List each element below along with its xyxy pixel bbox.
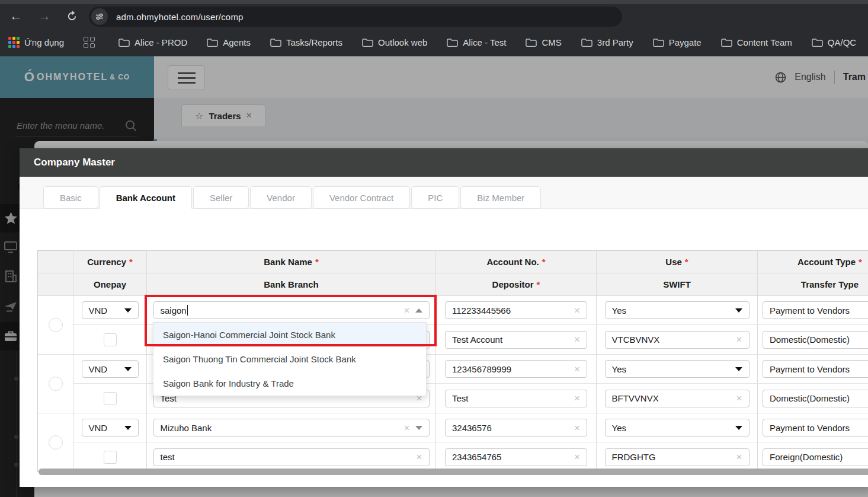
account-no-input[interactable]: 123456789999× bbox=[445, 360, 587, 378]
currency-select[interactable]: VND bbox=[82, 360, 139, 378]
row-select-radio[interactable] bbox=[49, 435, 63, 450]
bookmark-folder[interactable]: Tasks/Reports bbox=[270, 37, 342, 47]
chevron-down-icon bbox=[735, 367, 742, 371]
depositor-input[interactable]: 2343654765× bbox=[445, 448, 587, 466]
apps-grid-icon bbox=[8, 37, 20, 48]
bookmark-folder[interactable]: Outlook web bbox=[362, 37, 427, 47]
chevron-down-icon bbox=[124, 308, 132, 313]
clear-icon[interactable]: × bbox=[736, 393, 742, 403]
chevron-down-icon bbox=[735, 426, 742, 430]
tab-seller[interactable]: Seller bbox=[193, 186, 249, 209]
bank-branch-input[interactable]: test× bbox=[153, 448, 430, 466]
bookmarks-bar: Ứng dụng Alice - PROD Agents Tasks/Repor… bbox=[0, 28, 868, 56]
depositor-input[interactable]: Test Account× bbox=[445, 331, 587, 349]
url-text: adm.ohmyhotel.com/user/comp bbox=[116, 12, 244, 22]
company-master-dialog: Company Master Basic Bank Account Seller… bbox=[20, 148, 868, 487]
bookmark-folder[interactable]: Content Team bbox=[721, 37, 792, 47]
tab-bank-account[interactable]: Bank Account bbox=[100, 186, 192, 209]
dialog-tabs: Basic Bank Account Seller Vendor Vendor … bbox=[20, 177, 868, 209]
bookmark-folder[interactable]: CMS bbox=[526, 37, 561, 47]
swift-input[interactable]: BFTVVNVX× bbox=[605, 390, 750, 407]
bank-name-combobox[interactable]: Mizuho Bank× bbox=[153, 419, 430, 437]
table-row: VND Mizuho Bank× 32436576× Yes Payment t… bbox=[38, 413, 868, 471]
bookmark-folder[interactable]: 3rd Party bbox=[581, 37, 633, 47]
bookmark-folder[interactable]: QA/QC bbox=[812, 37, 856, 47]
bookmark-folder[interactable]: Alice - Test bbox=[447, 37, 506, 47]
onepay-checkbox[interactable] bbox=[104, 392, 117, 405]
address-bar[interactable]: adm.ohmyhotel.com/user/comp bbox=[89, 7, 622, 27]
apps-shortcut[interactable]: Ứng dụng bbox=[8, 37, 64, 48]
swift-input[interactable]: VTCBVNVX× bbox=[605, 331, 750, 349]
screen: ← → adm.ohmyhotel.com/user/comp bbox=[0, 0, 868, 497]
account-type-input[interactable]: Payment to Vendors bbox=[763, 419, 868, 437]
clear-icon[interactable]: × bbox=[736, 334, 742, 345]
depositor-input[interactable]: Test× bbox=[445, 390, 587, 407]
dialog-title: Company Master bbox=[20, 148, 868, 177]
clear-icon[interactable]: × bbox=[574, 364, 580, 374]
tab-biz-member[interactable]: Biz Member bbox=[460, 186, 541, 209]
swift-input[interactable]: FRDGHTG× bbox=[605, 448, 750, 466]
clear-icon[interactable]: × bbox=[404, 423, 410, 433]
transfer-type-input[interactable]: Domestic(Domestic) bbox=[763, 390, 868, 407]
row-select-radio[interactable] bbox=[49, 377, 63, 391]
use-select[interactable]: Yes bbox=[605, 301, 750, 319]
back-icon[interactable]: ← bbox=[6, 6, 26, 26]
currency-select[interactable]: VND bbox=[82, 301, 139, 319]
clear-icon[interactable]: × bbox=[417, 452, 422, 462]
browser-toolbar: ← → adm.ohmyhotel.com/user/comp bbox=[0, 4, 868, 28]
account-type-input[interactable]: Payment to Vendors bbox=[763, 301, 868, 319]
row-select-radio[interactable] bbox=[49, 318, 63, 332]
site-info-icon[interactable] bbox=[91, 8, 108, 25]
clear-icon[interactable]: × bbox=[574, 305, 580, 316]
tab-basic[interactable]: Basic bbox=[43, 186, 98, 209]
tab-vendor[interactable]: Vendor bbox=[250, 186, 312, 209]
chevron-down-icon bbox=[124, 367, 132, 371]
window-frame bbox=[0, 0, 868, 4]
clear-icon[interactable]: × bbox=[736, 452, 742, 462]
currency-select[interactable]: VND bbox=[82, 419, 139, 437]
dropdown-option[interactable]: Saigon Bank for Industry & Trade bbox=[153, 371, 426, 396]
folder-icon bbox=[118, 38, 130, 47]
clear-icon[interactable]: × bbox=[574, 393, 580, 403]
transfer-type-input[interactable]: Domestic(Domestic) bbox=[763, 331, 868, 349]
table-header-row-1: Currency* Bank Name* Account No.* Use* A… bbox=[38, 251, 868, 273]
use-select[interactable]: Yes bbox=[605, 360, 750, 378]
forward-icon[interactable]: → bbox=[34, 6, 55, 26]
reload-icon[interactable] bbox=[62, 6, 82, 26]
reading-grid-icon[interactable] bbox=[84, 37, 95, 48]
account-no-input[interactable]: 112233445566× bbox=[445, 301, 587, 319]
horizontal-scrollbar[interactable] bbox=[39, 469, 868, 475]
onepay-checkbox[interactable] bbox=[104, 333, 117, 346]
transfer-type-input[interactable]: Foreign(Domestic) bbox=[763, 448, 868, 466]
chevron-down-icon bbox=[415, 426, 422, 430]
annotation-highlight-box bbox=[145, 295, 437, 346]
use-select[interactable]: Yes bbox=[605, 419, 750, 437]
clear-icon[interactable]: × bbox=[574, 423, 580, 433]
clear-icon[interactable]: × bbox=[574, 452, 580, 462]
bookmark-folder[interactable]: Paygate bbox=[653, 37, 702, 47]
bookmark-folder[interactable]: Agents bbox=[207, 37, 251, 47]
chevron-down-icon bbox=[735, 308, 742, 313]
account-type-input[interactable]: Payment to Vendors bbox=[763, 360, 868, 378]
tab-vendor-contract[interactable]: Vendor Contract bbox=[313, 186, 410, 209]
dropdown-option[interactable]: Saigon Thuong Tin Commercial Joint Stock… bbox=[153, 347, 426, 371]
onepay-checkbox[interactable] bbox=[104, 451, 117, 464]
chevron-down-icon bbox=[124, 426, 132, 430]
bookmark-folder[interactable]: Alice - PROD bbox=[118, 37, 187, 47]
table-header-row-2: Onepay Bank Branch Depositor* SWIFT Tran… bbox=[38, 273, 868, 296]
tab-pic[interactable]: PIC bbox=[411, 186, 459, 209]
clear-icon[interactable]: × bbox=[574, 334, 580, 345]
account-no-input[interactable]: 32436576× bbox=[445, 419, 587, 437]
